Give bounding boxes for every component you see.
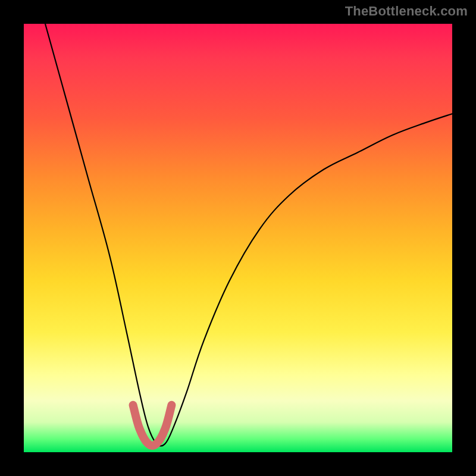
curve-svg <box>24 24 452 452</box>
watermark-text: TheBottleneck.com <box>345 4 468 19</box>
bottleneck-curve <box>45 24 452 446</box>
plot-area <box>24 24 452 452</box>
highlight-band <box>133 405 172 446</box>
chart-stage: TheBottleneck.com <box>0 0 476 476</box>
